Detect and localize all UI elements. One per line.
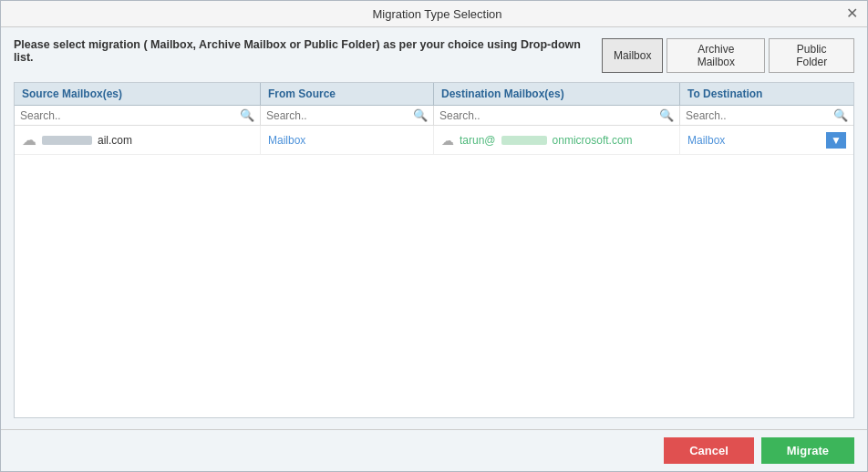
to-dest-search-icon[interactable]: 🔍 (833, 108, 848, 122)
table-header: Source Mailbox(es) From Source Destinati… (15, 83, 853, 106)
dest-search-icon[interactable]: 🔍 (659, 108, 674, 122)
col-to-destination: To Destination (680, 83, 853, 105)
archive-mailbox-button[interactable]: Archive Mailbox (666, 38, 765, 73)
dest-email-prefix: tarun@ (460, 134, 496, 147)
search-row: 🔍 🔍 🔍 🔍 (15, 106, 853, 126)
col-dest-mailboxes: Destination Mailbox(es) (434, 83, 680, 105)
mailbox-button[interactable]: Mailbox (602, 38, 663, 73)
source-search-cell: 🔍 (15, 106, 261, 125)
source-email-text: ail.com (98, 134, 132, 147)
dest-cell: ☁ tarun@ onmicrosoft.com (434, 126, 680, 154)
from-source-value[interactable]: Mailbox (268, 134, 305, 147)
to-dest-search-cell: 🔍 (680, 106, 853, 125)
title-bar: Migration Type Selection ✕ (1, 1, 867, 27)
public-folder-button[interactable]: Public Folder (769, 38, 854, 73)
to-dest-value[interactable]: Mailbox (687, 134, 725, 147)
table-row: ☁ ail.com Mailbox ☁ tarun@ onmicrosoft.c… (15, 126, 853, 155)
dialog-title: Migration Type Selection (28, 7, 846, 21)
from-search-input[interactable] (266, 109, 409, 122)
mailbox-table: Source Mailbox(es) From Source Destinati… (14, 82, 854, 418)
dialog-content: Please select migration ( Mailbox, Archi… (1, 27, 867, 429)
migration-type-buttons: Mailbox Archive Mailbox Public Folder (602, 38, 854, 73)
dest-search-cell: 🔍 (434, 106, 680, 125)
dialog: Migration Type Selection ✕ Please select… (0, 0, 868, 472)
col-from-source: From Source (261, 83, 434, 105)
dest-email-suffix: onmicrosoft.com (553, 134, 633, 147)
source-search-icon[interactable]: 🔍 (240, 108, 254, 122)
cloud-icon: ☁ (22, 131, 36, 149)
source-cell: ☁ ail.com (15, 126, 261, 154)
from-search-cell: 🔍 (261, 106, 434, 125)
dest-search-input[interactable] (439, 109, 656, 122)
source-search-input[interactable] (20, 109, 236, 122)
from-source-cell: Mailbox (261, 126, 434, 154)
table-body: ☁ ail.com Mailbox ☁ tarun@ onmicrosoft.c… (15, 126, 853, 417)
cancel-button[interactable]: Cancel (664, 437, 754, 464)
migrate-button[interactable]: Migrate (761, 437, 854, 464)
instruction-text: Please select migration ( Mailbox, Archi… (14, 38, 593, 64)
from-search-icon[interactable]: 🔍 (413, 108, 428, 122)
close-button[interactable]: ✕ (846, 6, 858, 21)
dest-email-redacted (501, 136, 547, 145)
email-redacted-block (42, 136, 92, 145)
dropdown-arrow-button[interactable]: ▼ (826, 132, 846, 149)
to-dest-search-input[interactable] (686, 109, 830, 122)
to-dest-cell: Mailbox ▼ (680, 126, 853, 154)
dialog-footer: Cancel Migrate (1, 429, 867, 471)
dest-cloud-icon: ☁ (441, 133, 454, 148)
col-source-mailboxes: Source Mailbox(es) (15, 83, 261, 105)
